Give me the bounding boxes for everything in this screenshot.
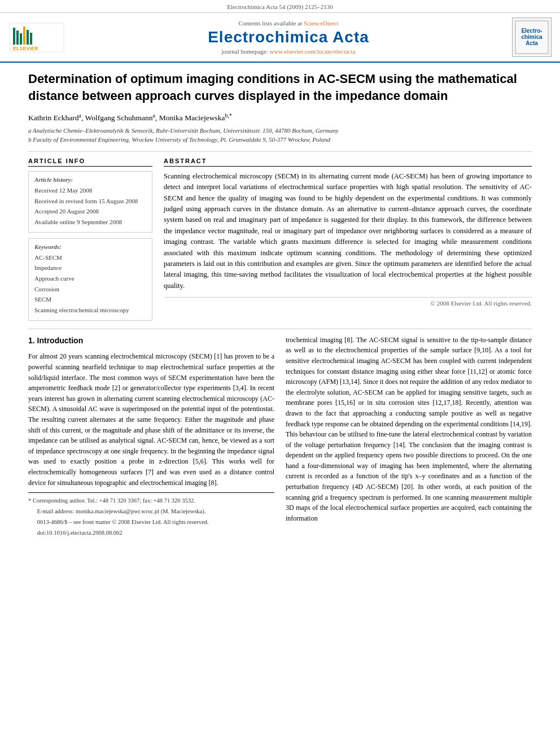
svg-rect-5 [27, 30, 29, 45]
available-date: Available online 9 September 2008 [34, 217, 146, 228]
footnote-issn-line: 0013-4686/$ – see front matter © 2008 El… [28, 518, 274, 527]
svg-text:Acta: Acta [526, 40, 538, 46]
history-label: Article history: [34, 176, 146, 183]
revised-date: Received in revised form 15 August 2008 [34, 196, 146, 207]
elsevier-logo-svg: ELSEVIER [8, 22, 65, 53]
body-col-right: trochemical imaging [8]. The AC-SECM sig… [286, 335, 532, 539]
affiliations: a Analytische Chemie–Elektroanalytik & S… [28, 126, 532, 145]
svg-rect-6 [30, 33, 32, 45]
accepted-date: Accepted 20 August 2008 [34, 206, 146, 217]
info-abstract-section: ARTICLE INFO Article history: Received 1… [28, 158, 532, 321]
keyword-1: AC-SECM [34, 252, 146, 263]
main-content: Determination of optimum imaging conditi… [0, 63, 560, 547]
sciencedirect-link[interactable]: ScienceDirect [304, 20, 339, 27]
journal-header-center: Contents lists available at ScienceDirec… [72, 18, 505, 57]
elsevier-logo-area: ELSEVIER [6, 18, 68, 57]
body-col-left: 1. Introduction For almost 20 years scan… [28, 335, 274, 539]
meta-bar: Electrochimica Acta 54 (2009) 2125–2130 [0, 0, 560, 13]
footnote-section: * Corresponding author. Tel.: +48 71 320… [28, 492, 274, 538]
section1-heading: 1. Introduction [28, 335, 274, 347]
keywords-block: Keywords: AC-SECM Impedance Approach cur… [28, 238, 152, 321]
article-title: Determination of optimum imaging conditi… [28, 71, 532, 104]
keyword-4: Corrosion [34, 284, 146, 295]
abstract-text: Scanning electrochemical microscopy (SEC… [164, 171, 532, 291]
intro-paragraph-2: trochemical imaging [8]. The AC-SECM sig… [286, 335, 532, 524]
homepage-prefix: journal homepage: [222, 48, 270, 55]
keyword-5: SECM [34, 294, 146, 305]
journal-title: Electrochimica Acta [208, 28, 369, 46]
journal-logo-right: Electro- chimica Acta [509, 18, 554, 57]
article-dates: Received 12 May 2008 Received in revised… [34, 185, 146, 228]
svg-text:ELSEVIER: ELSEVIER [13, 46, 38, 51]
abstract-label: ABSTRACT [164, 158, 532, 167]
affiliation-b: b Faculty of Environmental Engineering, … [28, 135, 532, 145]
copyright-line: © 2008 Elsevier Ltd. All rights reserved… [164, 297, 532, 307]
divider-top [28, 151, 532, 152]
journal-header: ELSEVIER Contents lists available at Sci… [0, 13, 560, 63]
page-wrapper: Electrochimica Acta 54 (2009) 2125–2130 … [0, 0, 560, 547]
svg-rect-4 [23, 27, 25, 45]
authors-text: Kathrin Eckharda, Wolfgang Schuhmanna, M… [28, 113, 232, 122]
sciencedirect-prefix: Contents lists available at [238, 20, 303, 27]
footnote-doi-line: doi:10.1016/j.electacta.2008.08.062 [28, 528, 274, 538]
journal-logo-box: Electro- chimica Acta [512, 18, 552, 57]
ea-logo-icon: Electro- chimica Acta [515, 20, 549, 54]
svg-rect-2 [16, 30, 19, 45]
svg-rect-1 [13, 28, 15, 45]
received-date: Received 12 May 2008 [34, 185, 146, 196]
journal-reference: Electrochimica Acta 54 (2009) 2125–2130 [227, 3, 333, 10]
keyword-2: Impedance [34, 263, 146, 273]
authors-line: Kathrin Eckharda, Wolfgang Schuhmanna, M… [28, 112, 532, 123]
article-history-block: Article history: Received 12 May 2008 Re… [28, 171, 152, 233]
body-section: 1. Introduction For almost 20 years scan… [28, 335, 532, 539]
divider-body [28, 329, 532, 329]
journal-homepage: journal homepage: www.elsevier.com/locat… [222, 48, 356, 55]
intro-paragraph-1: For almost 20 years scanning electrochem… [28, 351, 274, 488]
footnote-star-line: * Corresponding author. Tel.: +48 71 320… [28, 496, 274, 506]
article-info-label: ARTICLE INFO [28, 158, 152, 167]
keywords-label: Keywords: [34, 243, 146, 250]
keyword-3: Approach curve [34, 273, 146, 284]
affiliation-a: a Analytische Chemie–Elektroanalytik & S… [28, 126, 532, 136]
svg-rect-3 [20, 33, 22, 45]
svg-text:chimica: chimica [521, 34, 542, 40]
keywords-list: AC-SECM Impedance Approach curve Corrosi… [34, 252, 146, 316]
sciencedirect-line: Contents lists available at ScienceDirec… [238, 20, 338, 27]
homepage-url[interactable]: www.elsevier.com/locate/electacta [269, 48, 355, 55]
abstract-col: ABSTRACT Scanning electrochemical micros… [164, 158, 532, 321]
footnote-email-line: E-mail address: monika.maciejewska@pwr.w… [28, 507, 274, 517]
svg-text:Electro-: Electro- [521, 28, 542, 34]
keyword-6: Scanning electrochemical microscopy [34, 305, 146, 316]
article-info-col: ARTICLE INFO Article history: Received 1… [28, 158, 152, 321]
